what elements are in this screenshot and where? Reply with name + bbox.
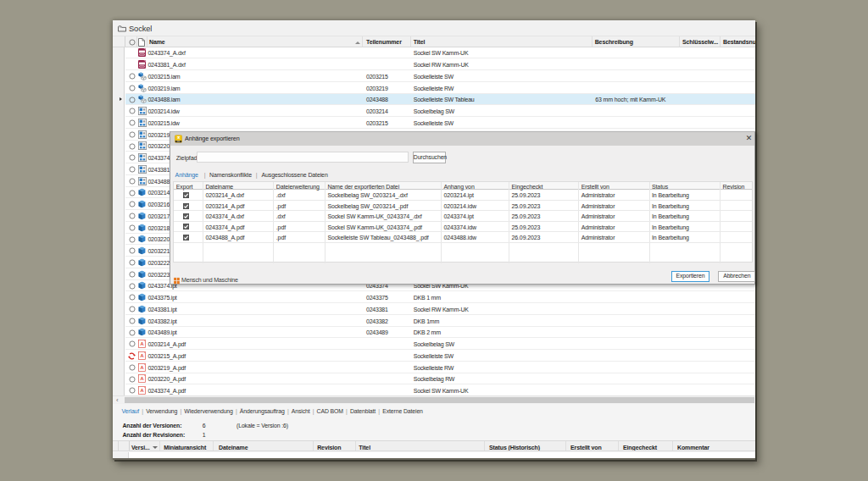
svg-text:A: A: [140, 365, 143, 370]
svg-text:A: A: [140, 377, 143, 382]
svg-text:A: A: [140, 353, 143, 358]
svg-text:A: A: [140, 388, 143, 393]
svg-text:A: A: [140, 341, 143, 346]
